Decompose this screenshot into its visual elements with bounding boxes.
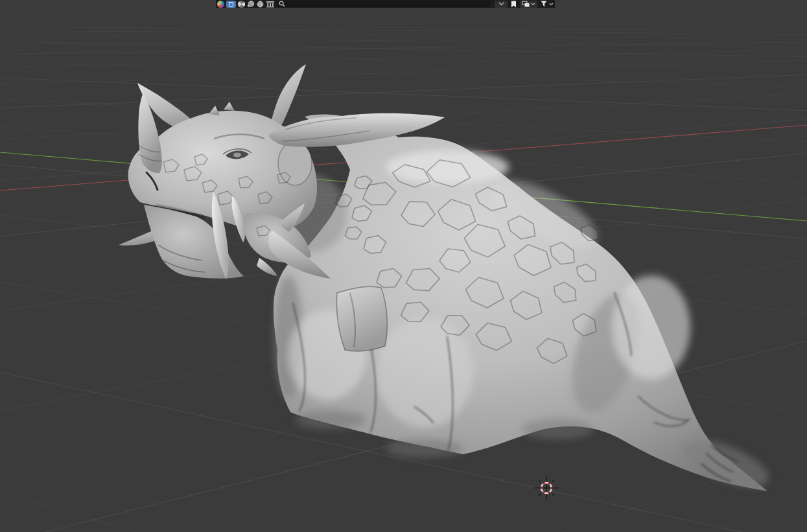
frill-spike-a: [209, 106, 220, 115]
active-app-button[interactable]: [226, 1, 236, 8]
frill-spike-b: [224, 102, 235, 111]
toolbar-right-group: [495, 1, 554, 8]
nostril: [146, 172, 158, 190]
cheek-spike-small: [257, 258, 277, 276]
orbit-sphere-icon[interactable]: [247, 1, 255, 8]
search-input[interactable]: [287, 1, 488, 7]
fang-short: [232, 195, 246, 242]
chevron-down-icon: [549, 3, 554, 6]
crown-horn-left: [137, 83, 205, 137]
x-axis-line: [0, 125, 807, 191]
3d-viewport[interactable]: [0, 0, 807, 532]
horn-base-boss: [278, 141, 312, 185]
search-field[interactable]: [277, 1, 490, 7]
bookmark-icon[interactable]: [511, 1, 517, 8]
nose-horn: [138, 93, 162, 173]
window-glyph-icon: [229, 2, 233, 6]
long-right-horn: [268, 113, 445, 147]
back-plate-texture: [333, 159, 602, 365]
floor-grid: [0, 0, 807, 532]
sculpted-creature-model: [0, 0, 807, 532]
chevron-down-icon: [531, 3, 535, 6]
shaded-sphere-icon[interactable]: [238, 1, 245, 8]
filter-funnel-icon: [541, 1, 547, 7]
top-toolbar: [216, 0, 555, 8]
arm-fold: [337, 286, 388, 351]
collapse-chevron-button[interactable]: [495, 1, 508, 8]
lower-jaw: [144, 205, 244, 279]
fang-long: [212, 192, 229, 279]
logo-sphere-icon[interactable]: [217, 1, 224, 8]
mouth-corner-shadow: [156, 206, 204, 218]
eye: [226, 151, 249, 159]
crown-horn-upright: [268, 64, 306, 136]
3d-cursor: [532, 474, 561, 502]
window-stack-button[interactable]: [520, 1, 537, 8]
eyeball: [233, 153, 241, 157]
globe-icon[interactable]: [257, 1, 264, 8]
building-icon[interactable]: [266, 1, 275, 8]
chevron-down-icon: [498, 2, 504, 6]
y-axis-line: [0, 152, 807, 221]
creature-head: [128, 111, 317, 233]
cheek-spike-big: [268, 231, 331, 279]
filter-funnel-button[interactable]: [541, 1, 554, 7]
grid-distance-fade: [0, 0, 807, 532]
mouth-cavity: [163, 209, 239, 273]
tongue-ridges: [174, 218, 220, 254]
cheek-spike-up: [280, 203, 305, 232]
screenshot-root: { "toolbar": { "background": "#1c1c1c", …: [0, 0, 807, 532]
creature-body: [274, 115, 767, 491]
cheek-cluster-base: [244, 213, 311, 262]
window-stack-icon: [522, 1, 530, 7]
cheek-spike-left: [119, 218, 191, 246]
search-icon: [279, 1, 285, 7]
